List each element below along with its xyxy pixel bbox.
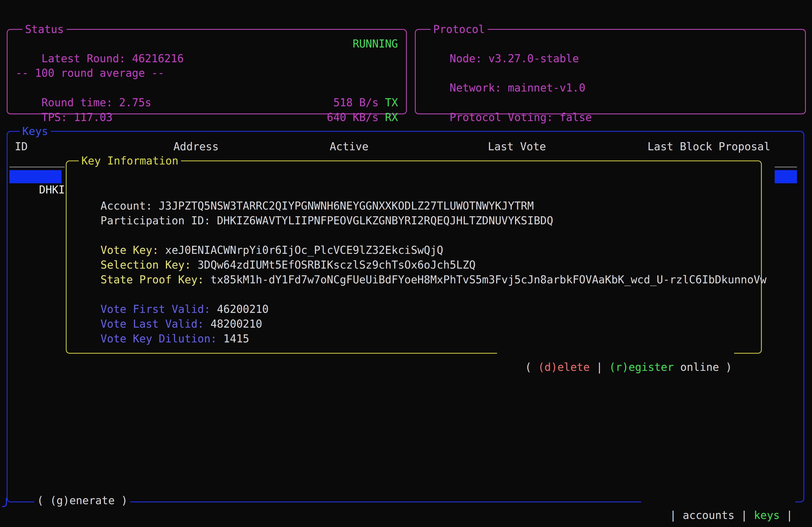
round-average-header: -- 100 round average -- bbox=[16, 66, 164, 80]
status-panel-title: Status bbox=[22, 22, 67, 37]
latest-round-value: 46216216 bbox=[132, 52, 184, 65]
tps-line: TPS:117.03 bbox=[16, 95, 113, 110]
delete-button[interactable]: (d)elete bbox=[538, 361, 590, 373]
vote-first-valid-line: Vote First Valid:46200210 bbox=[75, 287, 269, 302]
network-value: mainnet-v1.0 bbox=[508, 81, 585, 94]
protocol-voting-value: false bbox=[560, 111, 592, 123]
network-line: Network:mainnet-v1.0 bbox=[424, 66, 585, 80]
footer-tabs: | accounts | keys | bbox=[641, 493, 795, 508]
rx-rate-line: 640 KB/s RX bbox=[301, 95, 398, 110]
column-header-active: Active bbox=[330, 139, 369, 154]
header-rule-right bbox=[775, 167, 797, 167]
latest-round-line: Latest Round:46216216 bbox=[16, 36, 184, 51]
key-information-modal: Key Information Account:J3JPZTQ5NSW3TARR… bbox=[66, 161, 762, 353]
key-information-title: Key Information bbox=[79, 153, 181, 168]
border-corner-artifact bbox=[2, 498, 7, 507]
selection-key-line: Selection Key:3DQw64zdIUMt5EfOSRBIKsczlS… bbox=[75, 243, 476, 258]
keys-panel-title: Keys bbox=[19, 124, 51, 139]
generate-button[interactable]: ( (g)enerate ) bbox=[34, 493, 130, 508]
node-version-label: Node: bbox=[450, 52, 482, 65]
status-panel: Status Latest Round:46216216 RUNNING -- … bbox=[7, 29, 407, 114]
tab-accounts[interactable]: accounts bbox=[683, 509, 735, 521]
state-proof-key-value: tx85kM1h-dY1Fd7w7oNCgFUeUiBdFYoeH8MxPhTv… bbox=[211, 273, 767, 286]
network-label: Network: bbox=[450, 81, 501, 94]
rx-rate-value: 640 KB/s bbox=[327, 111, 379, 123]
tps-label: TPS: bbox=[41, 111, 67, 123]
vote-key-line: Vote Key:xeJ0ENIACWNrpYi0r6IjOc_PlcVCE9l… bbox=[75, 228, 443, 243]
footer-pipe: | bbox=[735, 509, 754, 521]
participation-id-value: DHKIZ6WAVTYLIIPNFPEOVGLKZGNBYRI2RQEQJHLT… bbox=[217, 214, 553, 227]
actions-open-paren: ( bbox=[525, 361, 538, 373]
column-header-last-vote: Last Vote bbox=[488, 139, 546, 154]
vote-last-valid-line: Vote Last Valid:48200210 bbox=[75, 302, 262, 317]
column-header-last-block-proposal: Last Block Proposal bbox=[648, 139, 770, 154]
tab-keys[interactable]: keys bbox=[754, 509, 780, 521]
protocol-panel-title: Protocol bbox=[431, 22, 488, 37]
protocol-panel: Protocol Node:v3.27.0-stable Network:mai… bbox=[415, 29, 806, 114]
account-line: Account:J3JPZTQ5NSW3TARRC2QIYPGNWNH6NEYG… bbox=[75, 184, 534, 199]
round-time-line: Round time:2.75s bbox=[16, 80, 151, 95]
selected-key-row[interactable]: DHKIZ6W bbox=[10, 170, 61, 183]
register-online-suffix: online bbox=[674, 361, 719, 373]
column-header-address: Address bbox=[173, 139, 219, 154]
footer-pipe: | bbox=[780, 509, 793, 521]
actions-close-paren: ) bbox=[719, 361, 732, 373]
key-actions-bar: ( (d)elete | (r)egister online ) bbox=[497, 345, 734, 360]
vote-key-dilution-line: Vote Key Dilution:1415 bbox=[75, 317, 249, 331]
node-version-line: Node:v3.27.0-stable bbox=[424, 36, 579, 51]
footer-pipe: | bbox=[670, 509, 683, 521]
participation-id-label: Participation ID: bbox=[100, 214, 210, 227]
vote-key-dilution-label: Vote Key Dilution: bbox=[100, 332, 217, 345]
column-header-id: ID bbox=[15, 139, 28, 154]
actions-separator: | bbox=[590, 361, 609, 373]
node-version-value: v3.27.0-stable bbox=[489, 52, 579, 65]
tps-value: 117.03 bbox=[74, 111, 113, 123]
register-button[interactable]: (r)egister bbox=[609, 361, 674, 373]
state-proof-key-label: State Proof Key: bbox=[100, 273, 204, 286]
state-proof-key-line: State Proof Key:tx85kM1h-dY1Fd7w7oNCgFUe… bbox=[75, 258, 767, 272]
round-time-value: 2.75s bbox=[119, 96, 151, 109]
rx-label: RX bbox=[385, 111, 398, 123]
latest-round-label: Latest Round: bbox=[41, 52, 126, 65]
running-status-badge: RUNNING bbox=[352, 36, 398, 51]
selected-key-row-right-segment[interactable] bbox=[775, 170, 797, 183]
header-rule-left bbox=[10, 167, 65, 167]
protocol-voting-line: Protocol Voting:false bbox=[424, 95, 592, 110]
protocol-voting-label: Protocol Voting: bbox=[450, 111, 553, 123]
participation-id-line: Participation ID:DHKIZ6WAVTYLIIPNFPEOVGL… bbox=[75, 199, 553, 213]
tx-rate-line: 518 B/s TX bbox=[307, 80, 398, 95]
vote-key-dilution-value: 1415 bbox=[223, 332, 249, 345]
